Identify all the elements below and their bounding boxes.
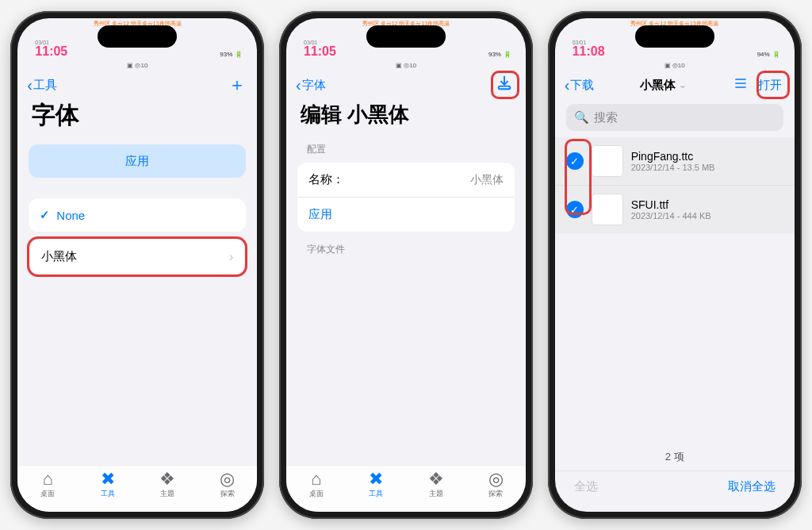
theme-icon: ❖ xyxy=(428,470,444,488)
battery-icon: 🔋 xyxy=(772,51,780,58)
option-font-card: 小黑体 › xyxy=(30,240,244,274)
battery-pct: 93% xyxy=(488,51,501,58)
deselect-all-button[interactable]: 取消全选 xyxy=(728,479,776,494)
home-icon: ⌂ xyxy=(42,470,52,488)
sub-status: ▣ ◎10 xyxy=(555,61,795,71)
tab-bar: ⌂ 桌面 ✖ 工具 ❖ 主题 ◎ 探索 xyxy=(286,465,526,512)
tab-tools[interactable]: ✖ 工具 xyxy=(84,470,132,499)
status-time: 11:05 xyxy=(304,45,336,58)
import-button[interactable] xyxy=(494,74,515,96)
battery-pct: 93% xyxy=(220,51,232,58)
dynamic-island xyxy=(635,25,714,48)
folder-title[interactable]: 小黑体 ⌄ xyxy=(640,78,687,93)
name-value: 小黑体 xyxy=(470,173,504,187)
tools-icon: ✖ xyxy=(101,470,115,488)
screen-3: 秀州区 多云12 明天多云13夜间高温 03/01 11:08 94% 🔋 ▣ … xyxy=(555,18,795,512)
apply-button[interactable]: 应用 xyxy=(29,144,246,178)
chevron-right-icon: › xyxy=(229,250,233,264)
search-placeholder: 搜索 xyxy=(594,110,618,125)
tab-explore[interactable]: ◎ 探索 xyxy=(472,470,519,499)
item-count: 2 项 xyxy=(555,450,795,470)
option-label: None xyxy=(56,209,85,222)
option-font[interactable]: 小黑体 › xyxy=(30,240,244,274)
tab-tools[interactable]: ✖ 工具 xyxy=(352,470,400,499)
svg-rect-0 xyxy=(499,86,511,90)
back-label: 下载 xyxy=(570,78,594,93)
select-all-button[interactable]: 全选 xyxy=(574,479,598,494)
phone-frame-2: 秀州区 多云12 明天多云13夜间高温 03/01 11:05 93% 🔋 ▣ … xyxy=(279,11,533,519)
option-label: 小黑体 xyxy=(41,249,77,264)
status-left: 03/01 11:08 xyxy=(573,40,605,58)
battery-pct: 94% xyxy=(757,51,770,58)
chevron-left-icon: ‹ xyxy=(296,77,301,93)
option-none[interactable]: ✓ None xyxy=(29,198,246,232)
file-meta: PingFang.ttc 2023/12/14 - 13.5 MB xyxy=(631,150,715,172)
checkmark-icon: ✓ xyxy=(40,208,50,222)
status-time: 11:08 xyxy=(573,45,605,58)
file-name: PingFang.ttc xyxy=(631,150,715,163)
navbar: ‹ 工具 ＋ xyxy=(17,71,257,99)
section-config: 配置 xyxy=(286,135,526,159)
page-title: 编辑 小黑体 xyxy=(286,99,526,135)
section-files: 字体文件 xyxy=(286,235,526,259)
phone-frame-1: 秀州区 多云12 明天多云13夜间高温 03/01 11:05 93% 🔋 ▣ … xyxy=(10,11,264,519)
chevron-left-icon: ‹ xyxy=(27,77,33,93)
battery-icon: 🔋 xyxy=(235,51,243,58)
compass-icon: ◎ xyxy=(488,470,504,488)
list-view-button[interactable] xyxy=(733,75,749,95)
bottom-bar: 全选 取消全选 xyxy=(555,470,795,512)
page-title: 字体 xyxy=(17,99,257,140)
highlight-checks xyxy=(565,139,592,215)
name-row[interactable]: 名称： 小黑体 xyxy=(297,163,515,197)
status-time: 11:05 xyxy=(35,45,67,58)
file-thumbnail xyxy=(592,145,623,177)
file-name: SFUI.ttf xyxy=(631,198,711,211)
tab-desktop[interactable]: ⌂ 桌面 xyxy=(24,470,71,499)
status-right: 93% 🔋 xyxy=(220,51,243,58)
import-icon xyxy=(496,74,513,91)
status-right: 93% 🔋 xyxy=(488,51,511,58)
tab-explore[interactable]: ◎ 探索 xyxy=(204,470,251,499)
file-thumbnail xyxy=(592,194,623,225)
tab-themes[interactable]: ❖ 主题 xyxy=(144,470,191,499)
back-label: 字体 xyxy=(302,78,326,93)
dynamic-island xyxy=(98,25,177,48)
back-button[interactable]: ‹ 字体 xyxy=(296,77,326,93)
tab-bar: ⌂ 桌面 ✖ 工具 ❖ 主题 ◎ 探索 xyxy=(17,465,257,512)
tools-icon: ✖ xyxy=(369,470,383,488)
compass-icon: ◎ xyxy=(220,470,235,488)
apply-row[interactable]: 应用 xyxy=(297,197,515,232)
add-button[interactable]: ＋ xyxy=(227,73,247,97)
back-button[interactable]: ‹ 工具 xyxy=(27,77,57,93)
config-card: 名称： 小黑体 应用 xyxy=(297,163,515,232)
back-button[interactable]: ‹ 下载 xyxy=(565,77,595,93)
sub-status: ▣ ◎10 xyxy=(17,61,257,71)
chevron-left-icon: ‹ xyxy=(565,77,570,93)
chevron-down-icon: ⌄ xyxy=(679,79,687,90)
highlight-open xyxy=(756,71,790,99)
navbar: ‹ 字体 xyxy=(286,71,526,99)
list-icon xyxy=(733,75,749,91)
back-label: 工具 xyxy=(33,78,57,93)
screen-2: 秀州区 多云12 明天多云13夜间高温 03/01 11:05 93% 🔋 ▣ … xyxy=(286,18,526,512)
status-left: 03/01 11:05 xyxy=(304,40,336,58)
status-right: 94% 🔋 xyxy=(757,51,780,58)
phone-frame-3: 秀州区 多云12 明天多云13夜间高温 03/01 11:08 94% 🔋 ▣ … xyxy=(548,11,802,519)
name-label: 名称： xyxy=(308,172,344,187)
search-wrap: 🔍 搜索 xyxy=(566,104,783,131)
search-input[interactable]: 🔍 搜索 xyxy=(566,104,783,131)
screen-1: 秀州区 多云12 明天多云13夜间高温 03/01 11:05 93% 🔋 ▣ … xyxy=(17,18,257,512)
file-details: 2023/12/14 - 444 KB xyxy=(631,211,711,221)
search-icon: 🔍 xyxy=(574,110,589,125)
file-meta: SFUI.ttf 2023/12/14 - 444 KB xyxy=(631,198,711,221)
apply-label: 应用 xyxy=(308,207,332,222)
sub-status: ▣ ◎10 xyxy=(286,61,526,71)
font-options-card: ✓ None xyxy=(29,198,246,232)
dynamic-island xyxy=(366,25,446,48)
status-left: 03/01 11:05 xyxy=(35,40,67,58)
tab-themes[interactable]: ❖ 主题 xyxy=(412,470,460,499)
file-details: 2023/12/14 - 13.5 MB xyxy=(631,163,715,172)
battery-icon: 🔋 xyxy=(504,51,511,58)
tab-desktop[interactable]: ⌂ 桌面 xyxy=(293,470,340,499)
theme-icon: ❖ xyxy=(159,470,175,488)
